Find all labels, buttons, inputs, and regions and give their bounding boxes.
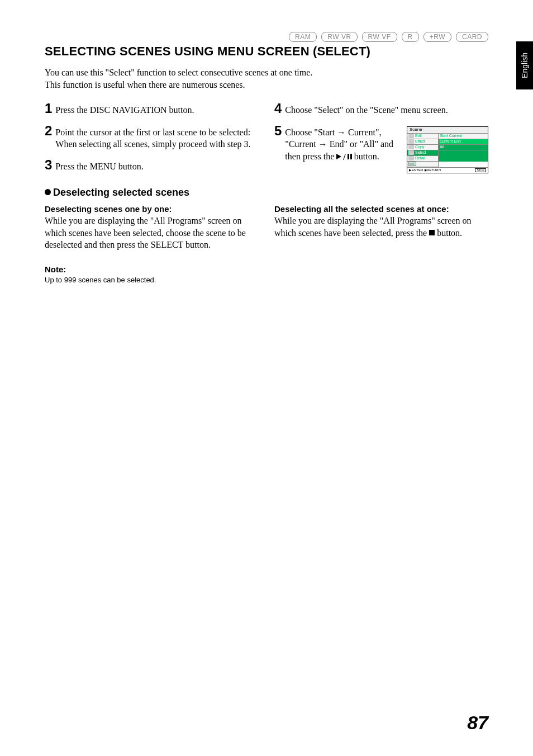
right-sec-body: While you are displaying the "All Progra… [274,215,488,239]
badge-ram: RAM [289,32,317,42]
intro-line-1: You can use this "Select" function to se… [45,67,488,79]
scene-menu-screenshot: Scene Edit Effect Copy Select Detail etc… [407,126,488,173]
step-2-num: 2 [45,124,52,150]
step-5-text: Choose "Start → Current", "Current → End… [285,126,401,163]
step-5-num: 5 [274,124,282,173]
step-5: 5 Choose "Start → Current", "Current → E… [274,124,488,173]
stop-icon [429,230,435,235]
deselecting-heading: Deselecting selected scenes [45,187,488,199]
step-4-body: Choose "Select" on the "Scene" menu scre… [285,102,448,116]
menu-left-effect: Effect [407,139,438,145]
menu-right-blank [439,150,488,162]
badge-rwvf: RW VF [362,32,397,42]
right-sec-title: Deselecting all the selected scenes at o… [274,204,488,214]
step-4: 4 Choose "Select" on the "Scene" menu sc… [274,102,488,116]
left-sec-title: Deselecting scenes one by one: [45,204,259,214]
bullet-icon [45,189,51,195]
step-2: 2 Point the cursor at the first or last … [45,124,259,150]
page-number: 87 [467,712,488,734]
step-3-body: Press the MENU button. [55,158,143,173]
menu-left-select: Select [407,150,438,156]
step-1-body: Press the DISC NAVIGATION button. [55,102,194,116]
menu-left-etc: etc. [407,162,438,167]
step-4-num: 4 [274,102,282,116]
menu-footer: ▶ENTER ◉RETURN STOP [407,167,488,173]
step-2-body: Point the cursor at the first or last sc… [55,124,259,150]
page-title: SELECTING SCENES USING MENU SCREEN (SELE… [45,44,488,59]
menu-right-current-end: Current End [439,139,488,145]
badge-r: R [402,32,419,42]
language-tab: English [516,41,533,89]
intro-text: You can use this "Select" function to se… [45,67,488,91]
note-label: Note: [45,264,66,274]
menu-right-start-current: Start Current [439,134,488,139]
step-1: 1 Press the DISC NAVIGATION button. [45,102,259,116]
badge-rwvr: RW VR [321,32,357,42]
menu-title: Scene [407,127,488,134]
left-sec-body: While you are displaying the "All Progra… [45,215,259,251]
media-badges: RAM RW VR RW VF R +RW CARD [45,31,488,42]
menu-left-copy: Copy [407,145,438,150]
badge-card: CARD [456,32,488,42]
right-sec-body-b: button. [435,228,462,238]
step-3-num: 3 [45,158,52,173]
intro-line-2: This function is useful when there are n… [45,79,488,91]
badge-plusrw: +RW [423,32,451,42]
step-3: 3 Press the MENU button. [45,158,259,173]
menu-left-detail: Detail [407,156,438,162]
step-1-num: 1 [45,102,52,116]
menu-right-all: All [439,145,488,150]
play-pause-icon: / [336,151,351,163]
note-block: Note: Up to 999 scenes can be selected. [45,264,488,285]
note-body: Up to 999 scenes can be selected. [45,276,156,284]
menu-left-edit: Edit [407,134,438,139]
language-label: English [520,53,529,78]
step-5b: button. [352,152,379,161]
